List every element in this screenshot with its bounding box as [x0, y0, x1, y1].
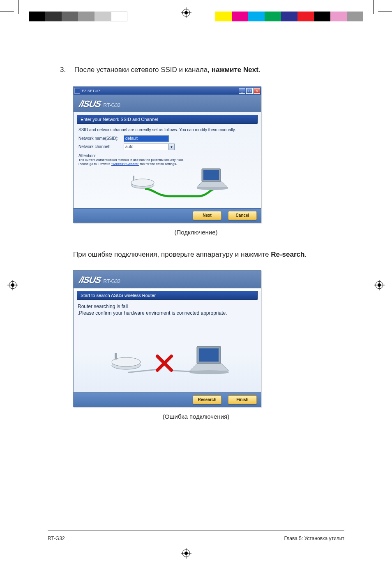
page-footer: RT-G32 Глава 5: Установка утилит	[48, 530, 344, 541]
app-icon	[74, 88, 80, 94]
svg-point-31	[189, 370, 229, 374]
svg-rect-29	[199, 348, 219, 362]
attention-line1: The current Authentication method in use…	[77, 158, 258, 162]
chevron-down-icon: ▼	[169, 144, 175, 150]
x-mark-icon	[155, 354, 174, 373]
caption-connection: (Подключение)	[48, 229, 344, 236]
section-heading: Enter your Network SSID and Channel	[77, 115, 258, 124]
crop-marks-top	[0, 0, 392, 22]
channel-value: auto	[124, 144, 169, 150]
finish-button[interactable]: Finish	[228, 395, 257, 404]
channel-dropdown[interactable]: auto ▼	[124, 144, 175, 150]
screenshot-ez-setup-window: EZ SETUP _ □ × /ISUS RT-G32 Enter your N…	[73, 86, 261, 223]
ssid-label: Network name(SSID):	[78, 136, 124, 141]
footer-model: RT-G32	[48, 536, 65, 541]
disconnect-diagram	[74, 331, 261, 392]
attention-heading: Attention:	[77, 151, 258, 158]
svg-rect-20	[203, 170, 219, 180]
brand-header: /ISUS RT-G32	[74, 271, 261, 288]
model-label: RT-G32	[103, 278, 120, 284]
registration-mark-icon	[7, 280, 18, 290]
svg-rect-25	[115, 353, 117, 360]
channel-label: Network channel:	[78, 144, 124, 149]
registration-mark-icon	[181, 7, 191, 18]
section-heading: Start to search ASUS wireless Router	[77, 291, 258, 300]
button-bar: Next Cancel	[74, 208, 261, 223]
router-icon	[130, 174, 155, 189]
model-label: RT-G32	[103, 102, 120, 108]
color-swatches-right	[215, 12, 363, 21]
maximize-button[interactable]: □	[246, 88, 253, 94]
footer-chapter: Глава 5: Установка утилит	[284, 536, 344, 541]
svg-rect-18	[133, 176, 134, 181]
router-icon	[111, 351, 142, 370]
laptop-icon	[189, 346, 230, 375]
registration-mark-icon	[374, 280, 385, 290]
svg-point-17	[131, 179, 154, 186]
svg-marker-30	[189, 364, 229, 371]
window-title: EZ SETUP	[82, 89, 100, 93]
asus-logo-icon: /ISUS	[78, 275, 102, 285]
step-instruction: 3. После установки сетевого SSID и канал…	[60, 66, 344, 74]
caption-error: (Ошибка подключения)	[48, 413, 344, 420]
attention-line2: Please go to Firmwire "Wirless"/"General…	[77, 162, 258, 166]
fail-message-2: .Please confirm your hardware enviroment…	[74, 310, 261, 317]
svg-point-22	[197, 187, 228, 190]
error-instruction: При ошибке подключения, проверьте аппара…	[73, 251, 344, 259]
registration-mark-icon	[181, 548, 191, 559]
color-swatches-left	[29, 12, 127, 21]
connection-diagram	[77, 168, 258, 205]
window-titlebar: EZ SETUP _ □ ×	[74, 87, 261, 95]
button-bar: Research Finish	[74, 392, 261, 407]
research-button[interactable]: Research	[193, 395, 221, 404]
wireless-general-link[interactable]: "Wirless"/"General"	[111, 162, 139, 166]
svg-marker-21	[197, 182, 228, 188]
step-number: 3.	[60, 66, 72, 74]
minimize-button[interactable]: _	[239, 88, 245, 94]
info-text: SSID and network channel are currently s…	[77, 124, 258, 135]
asus-logo-icon: /ISUS	[78, 99, 102, 109]
fail-message-1: Router searching is fail	[74, 300, 261, 310]
cancel-button[interactable]: Cancel	[228, 211, 257, 220]
next-button[interactable]: Next	[193, 211, 221, 220]
brand-header: /ISUS RT-G32	[74, 95, 261, 112]
laptop-icon	[196, 168, 229, 191]
page-content: 3. После установки сетевого SSID и канал…	[21, 25, 371, 541]
close-button[interactable]: ×	[254, 88, 260, 94]
screenshot-search-fail: /ISUS RT-G32 Start to search ASUS wirele…	[73, 270, 261, 408]
ssid-input[interactable]: default	[124, 135, 169, 142]
